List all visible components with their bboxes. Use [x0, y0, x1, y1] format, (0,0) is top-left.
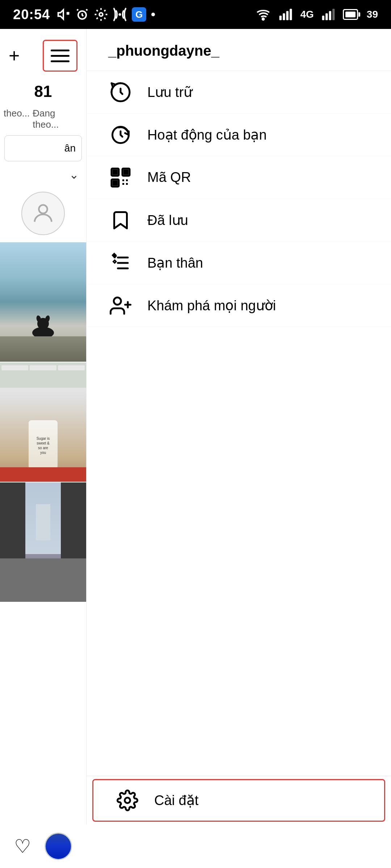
- followers-label: theo...: [4, 108, 30, 130]
- ban-than-label: Bạn thân: [147, 255, 203, 271]
- photo-item-2[interactable]: Sugar is sweet & so are you: [0, 362, 86, 482]
- hoat-dong-label: Hoạt động của bạn: [147, 127, 267, 143]
- username-text: _phuongdayne_: [108, 43, 219, 59]
- svg-point-29: [114, 297, 121, 305]
- network-label: 4G: [300, 9, 314, 20]
- svg-rect-21: [113, 170, 117, 174]
- status-bar: 20:54 G: [0, 0, 391, 29]
- ground: [0, 558, 86, 602]
- person-icon: [30, 201, 56, 226]
- luu-tru-label: Lưu trữ: [147, 84, 192, 100]
- qr-icon: [108, 165, 133, 190]
- svg-point-2: [262, 18, 264, 20]
- menu-item-ma-qr[interactable]: Mã QR: [87, 156, 391, 199]
- following-label: Đang theo...: [33, 108, 83, 130]
- nav-left: ♡: [0, 833, 86, 860]
- menu-item-hoat-dong[interactable]: Hoạt động của bạn: [87, 114, 391, 156]
- building-scene: [0, 482, 86, 602]
- gear-icon: [115, 788, 140, 813]
- da-luu-label: Đã lưu: [147, 212, 188, 228]
- alarm-icon: [75, 8, 89, 21]
- cup: Sugar is sweet & so are you: [29, 420, 58, 471]
- avatar-circle[interactable]: [45, 833, 72, 860]
- profile-pic-placeholder: [21, 192, 65, 235]
- svg-rect-5: [286, 11, 289, 20]
- hamburger-icon: [51, 50, 70, 62]
- avatar-image: [46, 834, 71, 859]
- waves-icon: [113, 8, 127, 21]
- follow-button[interactable]: ân: [4, 135, 82, 161]
- add-person-icon: [108, 293, 133, 318]
- bottom-nav: ♡: [0, 825, 391, 868]
- profile-stats: 81: [0, 79, 86, 106]
- g-icon: G: [132, 7, 146, 22]
- add-story-icon[interactable]: +: [9, 46, 20, 65]
- dog-silhouette: [25, 311, 61, 340]
- battery-percent: 39: [367, 9, 378, 20]
- menu-button[interactable]: [43, 40, 77, 72]
- menu-item-ban-than[interactable]: Bạn thân: [87, 242, 391, 284]
- follow-label: ân: [64, 142, 76, 154]
- ceiling: [0, 362, 86, 388]
- follow-area: ân: [0, 132, 86, 165]
- svg-rect-23: [113, 181, 117, 185]
- svg-rect-3: [279, 16, 282, 20]
- heart-icon[interactable]: ♡: [14, 835, 31, 857]
- svg-rect-8: [325, 13, 328, 20]
- profile-header: +: [0, 29, 86, 79]
- svg-rect-4: [283, 13, 285, 20]
- battery-indicator: [343, 9, 360, 20]
- dropdown-panel: _phuongdayne_ Lưu trữ: [86, 29, 391, 825]
- status-left: 20:54 G: [13, 7, 155, 22]
- cup-scene: Sugar is sweet & so are you: [0, 362, 86, 482]
- kham-pha-label: Khám phá mọi người: [147, 298, 276, 314]
- svg-rect-6: [290, 9, 292, 20]
- username-header: _phuongdayne_: [87, 29, 391, 71]
- wifi-icon: [255, 8, 271, 21]
- settings-item[interactable]: Cài đặt: [92, 779, 385, 822]
- status-icons-left: G: [56, 7, 155, 22]
- cai-dat-label: Cài đặt: [154, 792, 198, 808]
- activity-icon: [108, 123, 133, 147]
- settings-status-icon: [94, 8, 108, 21]
- bookmark-icon: [108, 208, 133, 233]
- menu-item-luu-tru[interactable]: Lưu trữ: [87, 71, 391, 114]
- stat-labels: theo... Đang theo...: [0, 106, 86, 132]
- menu-item-kham-pha[interactable]: Khám phá mọi người: [87, 284, 391, 327]
- photo-item-3[interactable]: [0, 482, 86, 602]
- chevron-down-icon[interactable]: ⌄: [69, 168, 79, 182]
- main-content: + 81 theo... Đang theo... ân ⌄: [0, 29, 391, 825]
- svg-rect-9: [329, 11, 331, 20]
- signal-bars-icon: [278, 8, 294, 21]
- settings-bar: Cài đặt: [87, 776, 391, 825]
- post-count: 81: [0, 82, 86, 101]
- svg-rect-7: [322, 16, 324, 20]
- mute-icon: [56, 8, 70, 21]
- left-panel: + 81 theo... Đang theo... ân ⌄: [0, 29, 86, 825]
- dog-scene: [0, 242, 86, 362]
- archive-icon: [108, 80, 133, 105]
- chevron-area: ⌄: [0, 165, 86, 184]
- ma-qr-label: Mã QR: [147, 170, 191, 185]
- svg-point-11: [39, 205, 47, 213]
- star-list-icon: [108, 251, 133, 275]
- photo-grid: Sugar is sweet & so are you: [0, 242, 86, 602]
- menu-item-da-luu[interactable]: Đã lưu: [87, 199, 391, 242]
- svg-rect-22: [124, 170, 128, 174]
- desk: [0, 467, 86, 482]
- status-dot: [151, 13, 155, 16]
- svg-point-1: [99, 13, 103, 16]
- svg-rect-10: [332, 9, 335, 20]
- status-time: 20:54: [13, 7, 50, 22]
- status-right: 4G 39: [255, 8, 378, 21]
- building: [36, 504, 50, 540]
- svg-point-32: [125, 798, 130, 803]
- profile-pic-area: [0, 184, 86, 242]
- ground-debris: [0, 336, 86, 362]
- photo-item-1[interactable]: [0, 242, 86, 362]
- menu-list: Lưu trữ Hoạt động của bạn: [87, 71, 391, 776]
- signal-bars2-icon: [320, 8, 336, 21]
